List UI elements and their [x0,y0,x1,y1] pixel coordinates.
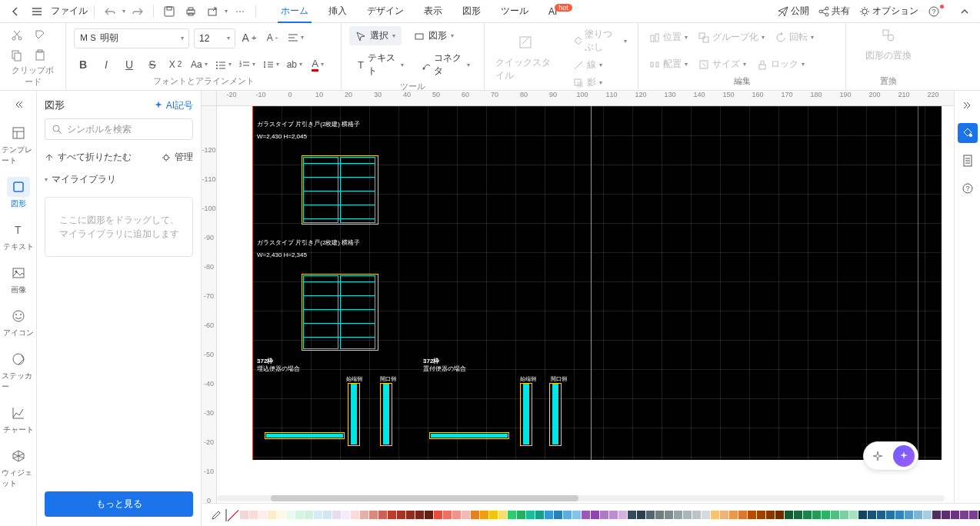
no-color-swatch[interactable] [225,509,227,521]
color-swatch[interactable] [277,511,285,519]
color-swatch[interactable] [443,511,452,519]
color-swatch[interactable] [406,511,415,519]
color-swatch[interactable] [415,511,424,519]
color-swatch[interactable] [748,511,756,519]
color-swatch[interactable] [822,511,830,519]
tab-design[interactable]: デザイン [364,0,407,23]
color-swatch[interactable] [665,511,673,519]
color-swatch[interactable] [397,511,405,519]
color-swatch[interactable] [517,511,525,519]
more-button[interactable]: もっと見る [45,491,193,517]
horizontal-scrollbar[interactable] [217,495,945,501]
color-swatch[interactable] [489,511,498,519]
format-painter-button[interactable] [31,26,49,45]
tab-view[interactable]: 表示 [421,0,445,23]
color-swatch[interactable] [711,511,719,519]
color-swatch[interactable] [535,511,544,519]
color-swatch[interactable] [323,511,332,519]
color-swatch[interactable] [923,511,932,519]
underline-button[interactable]: U [120,55,138,74]
color-swatch[interactable] [951,511,959,519]
tab-shape[interactable]: 図形 [459,0,484,23]
color-swatch[interactable] [425,511,433,519]
color-swatch[interactable] [738,511,747,519]
hamburger-icon[interactable] [28,2,46,21]
help-panel-button[interactable]: ? [958,178,978,198]
italic-button[interactable]: I [97,55,115,74]
color-swatch[interactable] [249,511,258,519]
file-menu[interactable]: ファイル [51,5,88,18]
strip-text[interactable]: Tテキスト [2,215,35,257]
color-swatch[interactable] [268,511,276,519]
back-button[interactable] [6,2,25,21]
color-swatch[interactable] [812,511,821,519]
color-swatch[interactable] [766,511,775,519]
color-swatch[interactable] [858,511,867,519]
collapse-left-panel-button[interactable] [7,95,30,114]
numbering-button[interactable]: 12▾ [238,55,257,74]
increase-font-button[interactable]: A+ [240,28,258,47]
color-swatch[interactable] [914,511,922,519]
cut-button[interactable] [8,26,26,45]
ai-assist-button-2[interactable] [893,445,915,467]
mylib-section[interactable]: ▾マイライブラリ [37,168,201,191]
publish-button[interactable]: 公開 [778,5,809,18]
color-swatch[interactable] [803,511,812,519]
strip-image[interactable]: 画像 [2,258,35,300]
print-button[interactable] [182,2,200,21]
strip-widget[interactable]: ウィジェット [2,441,35,494]
collapse-right-panel-button[interactable] [958,95,978,115]
bullets-button[interactable]: ▾ [214,55,233,74]
strike-button[interactable]: S [143,55,162,74]
color-swatch[interactable] [683,511,692,519]
strip-template[interactable]: テンプレート [2,118,35,171]
color-swatch[interactable] [286,511,295,519]
color-swatch[interactable] [628,511,636,519]
color-swatch[interactable] [480,511,488,519]
color-swatch[interactable] [508,511,516,519]
color-swatch[interactable] [332,511,341,519]
option-button[interactable]: オプション [859,5,918,18]
font-color-button[interactable]: A▾ [308,55,327,74]
color-swatch[interactable] [360,511,368,519]
color-swatch[interactable] [258,511,267,519]
more-quick-button[interactable]: ⋯ [231,2,249,21]
color-swatch[interactable] [932,511,941,519]
superscript-button[interactable]: X2 [166,55,185,74]
decrease-font-button[interactable]: A- [263,28,282,47]
fold-all-button[interactable]: すべて折りたたむ [45,151,132,164]
color-swatch[interactable] [342,511,350,519]
undo-button[interactable] [101,2,119,21]
export-button[interactable] [203,2,222,21]
color-swatch[interactable] [729,511,738,519]
tab-home[interactable]: ホーム [278,0,312,23]
color-picker-button[interactable] [206,506,225,524]
ai-symbol-button[interactable]: AI記号 [153,99,193,112]
collapse-ribbon-button[interactable] [955,2,974,21]
color-swatch[interactable] [498,511,507,519]
color-swatch[interactable] [757,511,765,519]
color-swatch[interactable] [969,511,978,519]
color-swatch[interactable] [794,511,802,519]
color-swatch[interactable] [378,511,387,519]
search-input[interactable]: シンボルを検索 [45,118,193,140]
color-swatch[interactable] [388,511,396,519]
color-swatch[interactable] [563,511,572,519]
canvas-area[interactable]: -20-100102030405060708090100110120130140… [202,91,954,503]
color-swatch[interactable] [305,511,313,519]
redo-button[interactable] [128,2,147,21]
page-panel-button[interactable] [958,151,978,171]
color-swatch[interactable] [886,511,895,519]
paste-button[interactable] [31,46,49,65]
strip-sticker[interactable]: ステッカー [2,345,35,397]
color-swatch[interactable] [655,511,664,519]
color-swatch[interactable] [572,511,581,519]
ai-assist-button-1[interactable] [867,445,888,467]
color-swatch[interactable] [582,511,590,519]
color-swatch[interactable] [545,511,553,519]
strip-chart[interactable]: チャート [2,398,35,440]
bold-button[interactable]: B [74,55,92,74]
color-swatch[interactable] [591,511,599,519]
color-swatch[interactable] [600,511,608,519]
tab-ai[interactable]: AIhot [545,0,575,23]
